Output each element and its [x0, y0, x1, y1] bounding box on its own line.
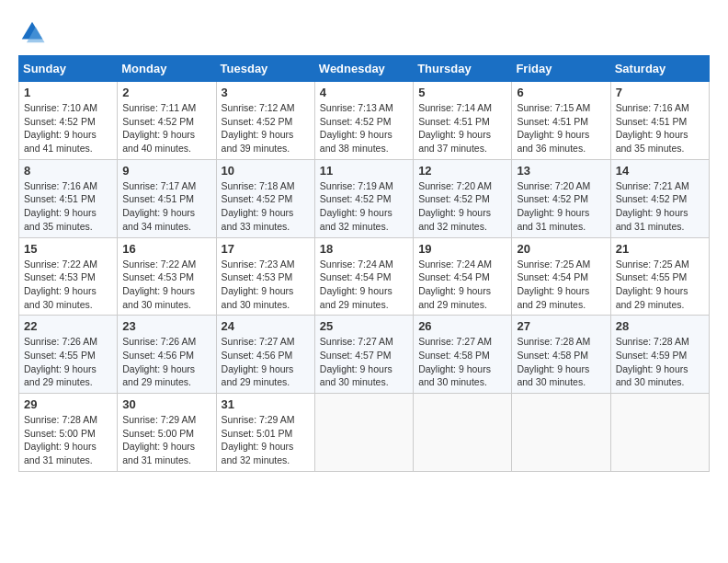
- day-number: 23: [122, 319, 210, 333]
- day-number: 21: [616, 242, 704, 256]
- day-number: 1: [24, 86, 112, 99]
- calendar-day-cell: [610, 394, 709, 472]
- day-number: 24: [222, 319, 310, 333]
- calendar-day-cell: 5Sunrise: 7:14 AMSunset: 4:51 PMDaylight…: [414, 82, 512, 160]
- day-number: 13: [517, 164, 605, 178]
- day-info: Sunrise: 7:24 AMSunset: 4:54 PMDaylight:…: [320, 258, 408, 312]
- calendar-day-cell: 23Sunrise: 7:26 AMSunset: 4:56 PMDayligh…: [118, 316, 216, 394]
- calendar-day-cell: 20Sunrise: 7:25 AMSunset: 4:54 PMDayligh…: [512, 237, 610, 316]
- day-number: 26: [418, 319, 506, 333]
- day-number: 4: [320, 86, 408, 99]
- day-number: 3: [222, 86, 310, 99]
- day-info: Sunrise: 7:29 AMSunset: 5:01 PMDaylight:…: [222, 413, 310, 467]
- calendar-day-cell: 27Sunrise: 7:28 AMSunset: 4:58 PMDayligh…: [512, 316, 610, 394]
- day-info: Sunrise: 7:26 AMSunset: 4:55 PMDaylight:…: [24, 335, 112, 389]
- calendar-day-cell: 22Sunrise: 7:26 AMSunset: 4:55 PMDayligh…: [19, 316, 118, 394]
- calendar-day-cell: [512, 394, 610, 472]
- calendar-day-cell: 24Sunrise: 7:27 AMSunset: 4:56 PMDayligh…: [216, 316, 314, 394]
- day-info: Sunrise: 7:19 AMSunset: 4:52 PMDaylight:…: [320, 179, 408, 234]
- calendar-day-cell: 28Sunrise: 7:28 AMSunset: 4:59 PMDayligh…: [610, 316, 709, 394]
- calendar-day-cell: 6Sunrise: 7:15 AMSunset: 4:51 PMDaylight…: [512, 82, 610, 160]
- day-number: 9: [122, 164, 210, 178]
- weekday-header-row: SundayMondayTuesdayWednesdayThursdayFrid…: [19, 56, 710, 82]
- day-info: Sunrise: 7:13 AMSunset: 4:52 PMDaylight:…: [320, 101, 408, 155]
- calendar-week-row: 29Sunrise: 7:28 AMSunset: 5:00 PMDayligh…: [19, 394, 710, 472]
- day-info: Sunrise: 7:20 AMSunset: 4:52 PMDaylight:…: [418, 179, 506, 234]
- day-info: Sunrise: 7:25 AMSunset: 4:55 PMDaylight:…: [616, 258, 704, 312]
- page-header: [18, 18, 710, 46]
- day-info: Sunrise: 7:27 AMSunset: 4:57 PMDaylight:…: [320, 335, 408, 389]
- day-info: Sunrise: 7:18 AMSunset: 4:52 PMDaylight:…: [222, 179, 310, 234]
- logo: [18, 18, 48, 46]
- day-number: 16: [122, 242, 210, 256]
- day-info: Sunrise: 7:20 AMSunset: 4:52 PMDaylight:…: [517, 179, 605, 234]
- day-number: 5: [418, 86, 506, 99]
- calendar-day-cell: 18Sunrise: 7:24 AMSunset: 4:54 PMDayligh…: [314, 237, 413, 316]
- calendar-day-cell: 12Sunrise: 7:20 AMSunset: 4:52 PMDayligh…: [414, 159, 512, 237]
- weekday-header-cell: Wednesday: [314, 56, 413, 82]
- day-number: 11: [320, 164, 408, 178]
- day-number: 28: [616, 319, 704, 333]
- day-number: 6: [517, 86, 605, 99]
- day-info: Sunrise: 7:16 AMSunset: 4:51 PMDaylight:…: [616, 101, 704, 155]
- day-number: 14: [616, 164, 704, 178]
- day-info: Sunrise: 7:27 AMSunset: 4:58 PMDaylight:…: [418, 335, 506, 389]
- day-number: 27: [517, 319, 605, 333]
- calendar-day-cell: 13Sunrise: 7:20 AMSunset: 4:52 PMDayligh…: [512, 159, 610, 237]
- day-number: 19: [418, 242, 506, 256]
- day-number: 31: [222, 397, 310, 411]
- calendar-day-cell: 8Sunrise: 7:16 AMSunset: 4:51 PMDaylight…: [19, 159, 118, 237]
- calendar-day-cell: 19Sunrise: 7:24 AMSunset: 4:54 PMDayligh…: [414, 237, 512, 316]
- weekday-header-cell: Thursday: [414, 56, 512, 82]
- calendar-day-cell: 26Sunrise: 7:27 AMSunset: 4:58 PMDayligh…: [414, 316, 512, 394]
- calendar-day-cell: 14Sunrise: 7:21 AMSunset: 4:52 PMDayligh…: [610, 159, 709, 237]
- day-info: Sunrise: 7:23 AMSunset: 4:53 PMDaylight:…: [222, 258, 310, 312]
- calendar-day-cell: 10Sunrise: 7:18 AMSunset: 4:52 PMDayligh…: [216, 159, 314, 237]
- day-number: 15: [24, 242, 112, 256]
- day-info: Sunrise: 7:24 AMSunset: 4:54 PMDaylight:…: [418, 258, 506, 312]
- calendar-day-cell: 15Sunrise: 7:22 AMSunset: 4:53 PMDayligh…: [19, 237, 118, 316]
- calendar-day-cell: 9Sunrise: 7:17 AMSunset: 4:51 PMDaylight…: [118, 159, 216, 237]
- calendar-day-cell: 1Sunrise: 7:10 AMSunset: 4:52 PMDaylight…: [19, 82, 118, 160]
- calendar-day-cell: [414, 394, 512, 472]
- day-info: Sunrise: 7:22 AMSunset: 4:53 PMDaylight:…: [122, 258, 210, 312]
- calendar-day-cell: 16Sunrise: 7:22 AMSunset: 4:53 PMDayligh…: [118, 237, 216, 316]
- day-info: Sunrise: 7:21 AMSunset: 4:52 PMDaylight:…: [616, 179, 704, 234]
- calendar-week-row: 22Sunrise: 7:26 AMSunset: 4:55 PMDayligh…: [19, 316, 710, 394]
- calendar-day-cell: 25Sunrise: 7:27 AMSunset: 4:57 PMDayligh…: [314, 316, 413, 394]
- day-info: Sunrise: 7:17 AMSunset: 4:51 PMDaylight:…: [122, 179, 210, 234]
- calendar-day-cell: 11Sunrise: 7:19 AMSunset: 4:52 PMDayligh…: [314, 159, 413, 237]
- calendar-table: SundayMondayTuesdayWednesdayThursdayFrid…: [18, 55, 710, 472]
- calendar-week-row: 8Sunrise: 7:16 AMSunset: 4:51 PMDaylight…: [19, 159, 710, 237]
- calendar-week-row: 1Sunrise: 7:10 AMSunset: 4:52 PMDaylight…: [19, 82, 710, 160]
- day-info: Sunrise: 7:28 AMSunset: 4:58 PMDaylight:…: [517, 335, 605, 389]
- calendar-week-row: 15Sunrise: 7:22 AMSunset: 4:53 PMDayligh…: [19, 237, 710, 316]
- day-number: 29: [24, 397, 112, 411]
- day-number: 25: [320, 319, 408, 333]
- day-number: 8: [24, 164, 112, 178]
- calendar-day-cell: 4Sunrise: 7:13 AMSunset: 4:52 PMDaylight…: [314, 82, 413, 160]
- day-info: Sunrise: 7:27 AMSunset: 4:56 PMDaylight:…: [222, 335, 310, 389]
- weekday-header-cell: Sunday: [19, 56, 118, 82]
- calendar-day-cell: 2Sunrise: 7:11 AMSunset: 4:52 PMDaylight…: [118, 82, 216, 160]
- day-number: 17: [222, 242, 310, 256]
- day-number: 30: [122, 397, 210, 411]
- day-info: Sunrise: 7:11 AMSunset: 4:52 PMDaylight:…: [122, 101, 210, 155]
- day-info: Sunrise: 7:29 AMSunset: 5:00 PMDaylight:…: [122, 413, 210, 467]
- day-number: 22: [24, 319, 112, 333]
- day-info: Sunrise: 7:28 AMSunset: 5:00 PMDaylight:…: [24, 413, 112, 467]
- day-info: Sunrise: 7:14 AMSunset: 4:51 PMDaylight:…: [418, 101, 506, 155]
- calendar-day-cell: 7Sunrise: 7:16 AMSunset: 4:51 PMDaylight…: [610, 82, 709, 160]
- day-number: 2: [122, 86, 210, 99]
- day-info: Sunrise: 7:15 AMSunset: 4:51 PMDaylight:…: [517, 101, 605, 155]
- day-number: 18: [320, 242, 408, 256]
- day-info: Sunrise: 7:28 AMSunset: 4:59 PMDaylight:…: [616, 335, 704, 389]
- calendar-day-cell: 3Sunrise: 7:12 AMSunset: 4:52 PMDaylight…: [216, 82, 314, 160]
- calendar-day-cell: 31Sunrise: 7:29 AMSunset: 5:01 PMDayligh…: [216, 394, 314, 472]
- calendar-day-cell: 29Sunrise: 7:28 AMSunset: 5:00 PMDayligh…: [19, 394, 118, 472]
- day-info: Sunrise: 7:25 AMSunset: 4:54 PMDaylight:…: [517, 258, 605, 312]
- calendar-day-cell: [314, 394, 413, 472]
- weekday-header-cell: Friday: [512, 56, 610, 82]
- calendar-day-cell: 30Sunrise: 7:29 AMSunset: 5:00 PMDayligh…: [118, 394, 216, 472]
- weekday-header-cell: Tuesday: [216, 56, 314, 82]
